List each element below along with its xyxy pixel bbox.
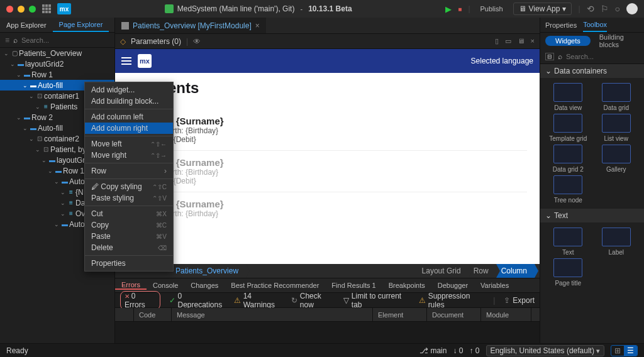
table-column-header[interactable]: Element	[373, 308, 427, 321]
close-window-icon[interactable]	[6, 6, 13, 13]
context-menu-item[interactable]: Row›	[85, 165, 173, 177]
limit-tab-button[interactable]: ▽ Limit to current tab	[343, 292, 410, 309]
language-select[interactable]: English, United States (default) ▾	[486, 345, 604, 356]
export-button[interactable]: ⇪ Export	[504, 296, 535, 305]
minimize-window-icon[interactable]	[18, 6, 25, 13]
patient-card[interactable]: {Name} {Surname} Date of birth: {Birthda…	[140, 109, 527, 151]
bottom-tab[interactable]: Console	[147, 282, 184, 289]
check-now-button[interactable]: ↻ Check now	[291, 292, 335, 309]
context-menu-item[interactable]: Add column right	[85, 123, 173, 134]
tree-item[interactable]: ⌄▬ Row 1	[0, 69, 114, 80]
context-menu-item: Paste⌘V	[85, 231, 173, 242]
device-phone-icon[interactable]: ▯	[495, 37, 499, 45]
parameters-label[interactable]: Parameters (0)	[131, 37, 181, 46]
context-menu-item[interactable]: Add widget...	[85, 84, 173, 96]
bottom-tab[interactable]: Variables	[474, 282, 515, 289]
table-column-header[interactable]	[115, 308, 134, 321]
widget-data-grid[interactable]: Data grid	[594, 83, 640, 111]
bottom-tab[interactable]: Changes	[184, 282, 225, 289]
view-mode-toggle[interactable]: ⊞☰	[611, 345, 638, 356]
device-tablet-icon[interactable]: ▭	[505, 37, 511, 45]
context-menu-item[interactable]: Copy⌘C	[85, 219, 173, 231]
status-ready: Ready	[6, 346, 28, 355]
context-menu-item: Paste styling⌃⇧V	[85, 192, 173, 204]
table-column-header[interactable]: Document	[427, 308, 481, 321]
hamburger-icon[interactable]	[121, 57, 131, 65]
deprecations[interactable]: ✓ 0 Deprecations	[169, 292, 225, 309]
widget-text[interactable]: Text	[545, 228, 591, 256]
suppression-button[interactable]: ⚠ Suppression rules	[419, 292, 485, 309]
collapse-icon[interactable]: ⊟	[545, 53, 554, 60]
bottom-tab[interactable]: Debugger	[431, 282, 474, 289]
context-menu[interactable]: Add widget...Add building block...Add co…	[84, 82, 174, 272]
tree-item[interactable]: ⌄▬ layoutGrid2	[0, 58, 114, 69]
widgets-mode-button[interactable]: Widgets	[545, 36, 591, 46]
feedback-icon[interactable]: ⚐	[601, 4, 609, 14]
bottom-tab[interactable]: Errors	[115, 281, 147, 290]
maximize-window-icon[interactable]	[29, 6, 36, 13]
view-app-button[interactable]: 🖥 View App ▾	[513, 3, 572, 15]
section-data-containers[interactable]: ⌄ Data containers	[540, 64, 644, 78]
context-menu-item: Move right⌃⇧→	[85, 150, 173, 161]
patient-card[interactable]: {Name} {Surname} Date of birth: {Birthda…	[140, 151, 527, 192]
context-menu-item[interactable]: Delete⌫	[85, 242, 173, 253]
sidebar-search-input[interactable]	[21, 36, 109, 44]
errors-table-header: CodeMessageElementDocumentModule	[115, 308, 540, 322]
breadcrumb-seg[interactable]: Column	[496, 264, 535, 278]
toolbox-search-input[interactable]	[566, 53, 644, 60]
sync-icon[interactable]: ⟲	[587, 4, 594, 14]
patient-card[interactable]: {Name} {Surname} Date of birth: {Birthda…	[140, 192, 527, 224]
breadcrumb-seg[interactable]: Layout Grid	[417, 264, 469, 278]
design-canvas[interactable]: mx Selected language Patients {Name} {Su…	[115, 49, 540, 264]
bottom-tab[interactable]: Breakpoints	[382, 282, 431, 289]
context-menu-item[interactable]: Add building block...	[85, 96, 173, 107]
section-text[interactable]: ⌄ Text	[540, 209, 644, 222]
widget-template-grid[interactable]: Template grid	[545, 114, 591, 142]
stop-button[interactable]: ■	[458, 6, 462, 13]
tab-app-explorer[interactable]: App Explorer	[0, 18, 53, 32]
context-menu-item[interactable]: Cut⌘X	[85, 208, 173, 219]
widget-list-view[interactable]: List view	[594, 114, 640, 142]
statusbar: Ready ⎇ main ↓ 0 ↑ 0 English, United Sta…	[0, 343, 644, 357]
save-icon[interactable]	[165, 4, 174, 13]
table-column-header[interactable]: Code	[134, 308, 172, 321]
branch-indicator[interactable]: ⎇ main	[419, 346, 447, 355]
widget-data-grid-2[interactable]: Data grid 2	[545, 145, 591, 173]
device-desktop-icon[interactable]: 🖥	[518, 37, 525, 45]
bottom-tab[interactable]: Best Practice Recommender	[225, 282, 325, 289]
widget-label[interactable]: Label	[594, 228, 640, 256]
blocks-mode-button[interactable]: Building blocks	[594, 32, 639, 50]
filter-icon[interactable]: ≡	[5, 36, 9, 45]
tab-page-explorer[interactable]: Page Explorer	[53, 18, 109, 32]
editor-tab[interactable]: Patients_Overview [MyFirstModule] ×	[115, 18, 266, 33]
close-panel-icon[interactable]: ×	[531, 37, 535, 45]
table-column-header[interactable]: Message	[172, 308, 373, 321]
tab-properties[interactable]: Properties	[545, 18, 577, 32]
widget-tree-node[interactable]: Tree node	[545, 175, 591, 204]
table-column-header[interactable]: Module	[481, 308, 531, 321]
breadcrumb-seg[interactable]: Row	[469, 264, 496, 278]
tab-toolbox[interactable]: Toolbox	[583, 18, 607, 32]
warnings[interactable]: ⚠ 14 Warnings	[234, 292, 282, 309]
widget-page-title[interactable]: Page title	[545, 258, 591, 287]
context-menu-item[interactable]: Add column left	[85, 111, 173, 123]
run-button[interactable]: ▶	[445, 4, 452, 14]
context-menu-item[interactable]: 🖉 Copy styling⌃⇧C	[85, 181, 173, 192]
bottom-tab[interactable]: Find Results 1	[325, 282, 382, 289]
notifications-icon[interactable]: ○	[615, 4, 620, 14]
visibility-icon[interactable]: 👁	[193, 37, 201, 46]
errors-badge[interactable]: ✕ 0 Errors	[120, 291, 160, 310]
language-selector[interactable]: Selected language	[471, 57, 533, 65]
apps-grid-icon[interactable]	[42, 4, 51, 13]
publish-button[interactable]: Publish	[477, 4, 507, 14]
close-tab-icon[interactable]: ×	[255, 21, 260, 30]
outgoing-changes[interactable]: ↑ 0	[469, 346, 479, 355]
widget-data-view[interactable]: Data view	[545, 83, 591, 111]
traffic-lights[interactable]	[6, 6, 36, 13]
breadcrumb-root[interactable]: Patients_Overview	[170, 264, 246, 278]
context-menu-item[interactable]: Properties	[85, 258, 173, 269]
widget-gallery[interactable]: Gallery	[594, 145, 640, 173]
user-avatar-icon[interactable]	[626, 3, 638, 14]
tree-item-root[interactable]: ⌄▢ Patients_Overview	[0, 48, 114, 58]
incoming-changes[interactable]: ↓ 0	[453, 346, 463, 355]
